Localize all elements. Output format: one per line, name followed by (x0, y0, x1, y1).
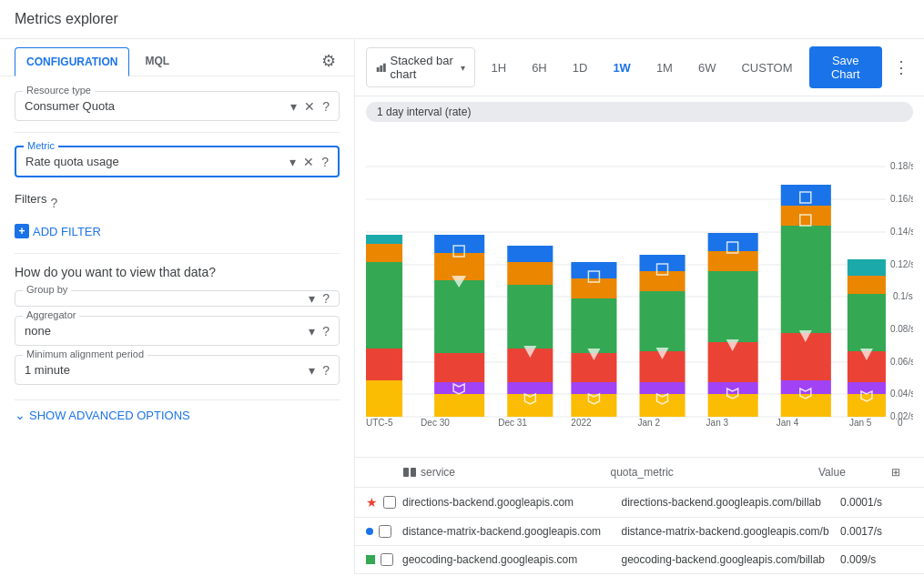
group-by-help-icon[interactable]: ? (320, 289, 331, 308)
svg-rect-64 (781, 226, 831, 333)
svg-text:Jan 2: Jan 2 (637, 418, 660, 426)
chart-area: 0.18/s 0.16/s 0.14/s 0.12/s 0.1/s 0.08/s… (355, 127, 924, 453)
svg-rect-71 (848, 394, 886, 417)
tab-mql[interactable]: MQL (133, 46, 181, 76)
legend-row-2-indicator (366, 525, 402, 538)
svg-rect-56 (708, 251, 758, 271)
svg-rect-75 (848, 276, 886, 294)
filters-help-icon[interactable]: ? (50, 196, 57, 210)
svg-rect-62 (781, 380, 831, 394)
svg-text:0.08/s: 0.08/s (890, 324, 913, 334)
chart-type-chevron: ▾ (461, 63, 465, 73)
svg-rect-72 (848, 382, 886, 394)
show-advanced-button[interactable]: ⌄ SHOW ADVANCED OPTIONS (0, 400, 205, 429)
svg-text:Dec 30: Dec 30 (421, 418, 450, 426)
svg-rect-65 (781, 206, 831, 226)
aggregator-help-icon[interactable]: ? (320, 322, 331, 340)
svg-rect-37 (571, 298, 616, 353)
resource-type-dropdown-icon[interactable]: ▾ (289, 97, 299, 116)
metric-clear-icon[interactable]: ✕ (301, 153, 316, 171)
main-layout: CONFIGURATION MQL ⚙ Resource type Consum… (0, 39, 924, 574)
legend-row-2-service: distance-matrix-backend.googleapis.com (402, 525, 622, 538)
svg-rect-20 (434, 280, 484, 353)
group-by-dropdown-icon[interactable]: ▾ (307, 289, 317, 308)
resource-type-help-icon[interactable]: ? (320, 97, 331, 116)
chart-type-icon (376, 60, 386, 75)
aggregator-label: Aggregator (23, 309, 79, 320)
svg-rect-22 (434, 235, 484, 253)
settings-icon[interactable]: ⚙ (318, 47, 340, 75)
svg-rect-30 (507, 262, 553, 285)
chart-svg: 0.18/s 0.16/s 0.14/s 0.12/s 0.1/s 0.08/s… (366, 135, 913, 426)
metric-label: Metric (24, 140, 58, 151)
legend-row-1-service: directions-backend.googleapis.com (402, 496, 622, 509)
svg-text:0.14/s: 0.14/s (890, 227, 913, 237)
filters-label: Filters (15, 192, 46, 206)
svg-rect-46 (640, 291, 685, 351)
legend-row-2-checkbox[interactable] (379, 525, 391, 538)
resource-type-clear-icon[interactable]: ✕ (302, 97, 317, 116)
svg-rect-2 (383, 64, 386, 72)
time-btn-1d[interactable]: 1D (564, 56, 597, 80)
time-btn-6h[interactable]: 6H (523, 56, 556, 80)
svg-rect-39 (571, 262, 616, 278)
chart-type-label: Stacked bar chart (390, 54, 456, 81)
svg-text:UTC-5: UTC-5 (366, 418, 393, 426)
legend-row-2-value: 0.0017/s (840, 525, 913, 538)
legend-row-3-indicator (366, 553, 402, 566)
metric-dropdown-icon[interactable]: ▾ (288, 153, 298, 171)
aggregator-dropdown-icon[interactable]: ▾ (307, 322, 317, 340)
view-question: How do you want to view that data? (15, 265, 340, 279)
legend-columns-icon[interactable]: ⊞ (891, 466, 913, 479)
svg-rect-98 (411, 468, 416, 477)
legend-row-1-quota: directions-backend.googleapis.com/billab (622, 496, 841, 509)
legend-row-3-service: geocoding-backend.googleapis.com (402, 553, 622, 566)
add-filter-button[interactable]: + ADD FILTER (15, 220, 101, 242)
min-alignment-help-icon[interactable]: ? (320, 361, 331, 379)
svg-text:0.1/s: 0.1/s (893, 291, 913, 301)
service-icon (402, 465, 417, 480)
svg-rect-19 (434, 353, 484, 382)
time-btn-1w[interactable]: 1W (604, 56, 640, 80)
svg-text:0.16/s: 0.16/s (890, 194, 913, 204)
svg-rect-61 (781, 394, 831, 417)
time-btn-6w[interactable]: 6W (689, 56, 726, 80)
min-alignment-label: Minimum alignment period (23, 349, 147, 359)
legend-row-1-checkbox[interactable] (383, 496, 396, 509)
svg-rect-15 (366, 244, 402, 262)
more-options-icon[interactable]: ⋮ (889, 54, 913, 81)
star-icon: ★ (366, 495, 378, 510)
svg-rect-16 (366, 235, 402, 244)
time-btn-1m[interactable]: 1M (647, 56, 682, 80)
filters-section: Filters ? + ADD FILTER (0, 188, 354, 253)
svg-rect-74 (848, 294, 886, 351)
legend-row-3-checkbox[interactable] (381, 553, 393, 566)
metric-help-icon[interactable]: ? (320, 153, 330, 171)
left-panel: CONFIGURATION MQL ⚙ Resource type Consum… (0, 39, 355, 574)
resource-type-value: Consumer Quota (25, 99, 115, 113)
app-title: Metrics explorer (0, 0, 924, 39)
svg-rect-12 (366, 380, 402, 417)
legend-row: distance-matrix-backend.googleapis.com d… (355, 518, 924, 546)
svg-text:Dec 31: Dec 31 (498, 418, 527, 426)
legend-row: ★ directions-backend.googleapis.com dire… (355, 488, 924, 518)
svg-rect-14 (366, 262, 402, 349)
interval-badge: 1 day interval (rate) (366, 102, 913, 122)
svg-text:Jan 5: Jan 5 (849, 418, 872, 426)
time-btn-custom[interactable]: CUSTOM (732, 56, 801, 80)
chart-type-selector[interactable]: Stacked bar chart ▾ (366, 47, 475, 87)
tab-configuration[interactable]: CONFIGURATION (15, 47, 129, 76)
aggregator-value: none (25, 324, 51, 338)
app-container: Metrics explorer CONFIGURATION MQL ⚙ Res… (0, 0, 924, 574)
plus-icon: + (15, 224, 29, 238)
time-btn-1h[interactable]: 1H (482, 56, 516, 80)
resource-type-label: Resource type (23, 85, 95, 96)
right-panel: Stacked bar chart ▾ 1H 6H 1D 1W 1M 6W CU… (355, 39, 924, 574)
svg-rect-1 (380, 66, 382, 72)
legend-table: service quota_metric Value ⊞ ★ direction… (355, 457, 924, 574)
add-filter-label: ADD FILTER (33, 225, 101, 238)
svg-text:0.06/s: 0.06/s (890, 357, 913, 367)
save-chart-button[interactable]: Save Chart (809, 46, 882, 88)
min-alignment-dropdown-icon[interactable]: ▾ (307, 361, 317, 379)
chart-toolbar: Stacked bar chart ▾ 1H 6H 1D 1W 1M 6W CU… (355, 39, 924, 96)
